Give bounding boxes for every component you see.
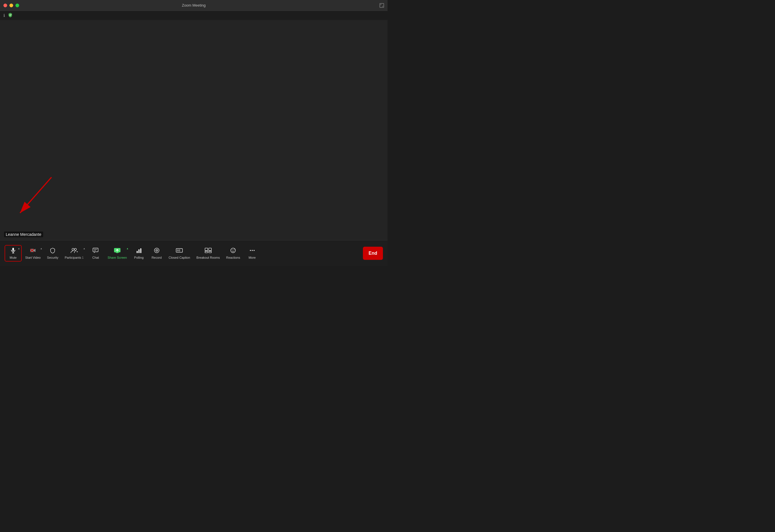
security-label: Security: [47, 256, 58, 259]
svg-rect-27: [209, 248, 211, 250]
toolbar-items: Mute ▲ Start Video ▲ Secu: [5, 245, 363, 262]
svg-point-23: [156, 250, 157, 251]
video-chevron[interactable]: ▲: [40, 247, 42, 250]
mute-button[interactable]: Mute ▲: [5, 245, 22, 262]
toolbar: Mute ▲ Start Video ▲ Secu: [0, 240, 388, 266]
polling-icon: [136, 247, 142, 255]
chat-button[interactable]: Chat: [87, 246, 104, 261]
svg-rect-17: [116, 252, 118, 253]
chat-icon: [92, 247, 99, 255]
share-chevron[interactable]: ▲: [126, 247, 129, 250]
svg-point-35: [252, 250, 253, 251]
share-screen-button[interactable]: Share Screen ▲: [105, 246, 129, 261]
security-shield-icon[interactable]: [8, 12, 13, 19]
chat-label: Chat: [92, 256, 99, 259]
more-icon: [249, 247, 255, 255]
mute-chevron[interactable]: ▲: [18, 247, 20, 250]
svg-rect-28: [205, 251, 208, 253]
mute-label: Mute: [10, 256, 17, 259]
titlebar: Zoom Meeting: [0, 0, 388, 11]
svg-point-9: [72, 248, 74, 250]
traffic-lights: [3, 3, 19, 7]
svg-point-34: [250, 250, 251, 251]
record-label: Record: [152, 256, 162, 259]
security-button[interactable]: Security: [44, 246, 61, 261]
participants-chevron[interactable]: ▲: [83, 247, 85, 250]
video-area: Leanne Mercadante: [0, 20, 388, 240]
svg-line-2: [20, 177, 51, 213]
close-button[interactable]: [3, 3, 7, 7]
closed-caption-icon: CC: [176, 247, 183, 255]
reactions-icon: +: [230, 247, 236, 255]
svg-point-31: [232, 250, 232, 250]
svg-rect-0: [380, 3, 384, 7]
security-icon: [49, 247, 56, 255]
infobar: ℹ: [0, 11, 388, 20]
svg-point-10: [74, 248, 76, 250]
closed-caption-button[interactable]: CC Closed Caption: [166, 246, 193, 261]
start-video-label: Start Video: [25, 256, 41, 259]
svg-rect-18: [136, 251, 137, 253]
info-icon[interactable]: ℹ: [3, 13, 5, 18]
svg-rect-29: [209, 251, 211, 253]
polling-label: Polling: [134, 256, 143, 259]
maximize-button[interactable]: [15, 3, 19, 7]
breakout-rooms-label: Breakout Rooms: [196, 256, 220, 259]
svg-rect-19: [138, 249, 139, 253]
svg-rect-3: [12, 248, 14, 251]
participant-name: Leanne Mercadante: [4, 232, 43, 237]
more-label: More: [248, 256, 256, 259]
svg-rect-26: [205, 248, 208, 250]
polling-button[interactable]: Polling: [130, 246, 148, 261]
record-button[interactable]: Record: [148, 246, 165, 261]
start-video-button[interactable]: Start Video ▲: [22, 246, 43, 261]
svg-rect-11: [93, 248, 98, 252]
share-screen-icon: [113, 247, 121, 255]
more-button[interactable]: More: [244, 246, 261, 261]
svg-rect-20: [140, 248, 141, 253]
window-title: Zoom Meeting: [182, 3, 206, 7]
share-screen-label: Share Screen: [107, 256, 127, 259]
svg-text:+: +: [234, 248, 235, 250]
reactions-label: Reactions: [226, 256, 240, 259]
reactions-button[interactable]: + Reactions: [223, 246, 243, 261]
breakout-rooms-icon: [204, 247, 212, 255]
microphone-icon: [10, 247, 16, 255]
fullscreen-button[interactable]: [379, 3, 384, 8]
svg-text:CC: CC: [177, 249, 180, 252]
svg-point-36: [253, 250, 254, 251]
breakout-rooms-button[interactable]: Breakout Rooms: [194, 246, 223, 261]
video-camera-icon: [30, 247, 36, 255]
participants-label: Participants 1: [65, 256, 83, 259]
participants-button[interactable]: Participants 1 ▲: [62, 246, 86, 261]
participants-icon: [70, 247, 78, 255]
end-button[interactable]: End: [363, 247, 383, 260]
annotation-arrow: [3, 169, 60, 226]
closed-caption-label: Closed Caption: [169, 256, 190, 259]
record-icon: [154, 247, 160, 255]
minimize-button[interactable]: [9, 3, 13, 7]
